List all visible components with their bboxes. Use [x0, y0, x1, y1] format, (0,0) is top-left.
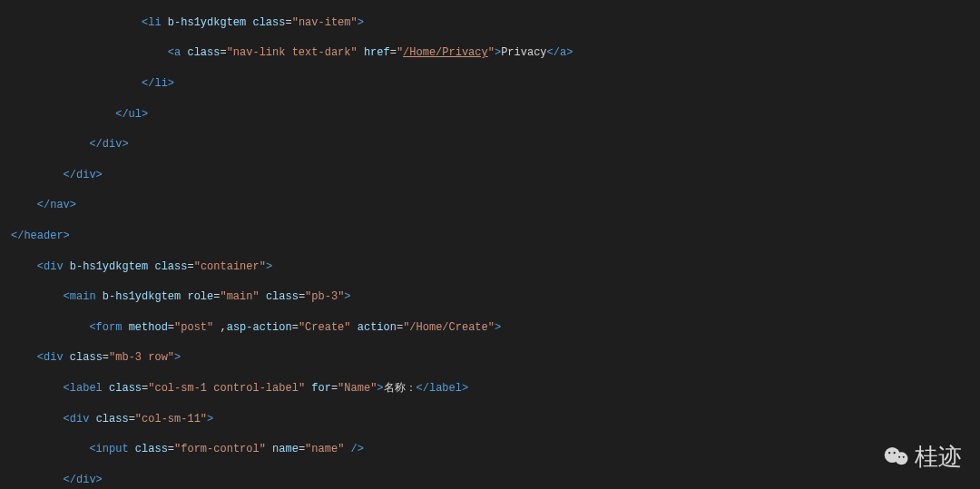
code-line: </div> — [11, 473, 980, 488]
code-line: <li b-hs1ydkgtem class="nav-item"> — [11, 15, 980, 31]
watermark-text: 桂迹 — [915, 440, 962, 473]
svg-point-5 — [903, 456, 905, 458]
svg-point-4 — [898, 456, 900, 458]
code-line: </div> — [11, 137, 980, 152]
code-line: <div class="mb-3 row"> — [11, 350, 980, 366]
code-line: <form method="post" ,asp-action="Create"… — [11, 320, 980, 336]
code-line: <div class="col-sm-11"> — [11, 412, 980, 427]
code-line: <a class="nav-link text-dark" href="/Hom… — [11, 45, 980, 61]
code-line: </div> — [11, 168, 980, 183]
svg-point-3 — [894, 452, 896, 454]
svg-point-1 — [895, 452, 907, 465]
code-line: <main b-hs1ydkgtem role="main" class="pb… — [11, 289, 980, 305]
code-line: </ul> — [11, 107, 980, 122]
code-editor[interactable]: <li b-hs1ydkgtem class="nav-item"> <a cl… — [0, 0, 980, 489]
code-line: <div b-hs1ydkgtem class="container"> — [11, 259, 980, 275]
watermark: 桂迹 — [884, 440, 962, 473]
code-line: </nav> — [11, 198, 980, 213]
svg-point-2 — [888, 452, 890, 454]
code-line: <label class="col-sm-1 control-label" fo… — [11, 381, 980, 396]
wechat-icon — [884, 446, 909, 466]
code-line: </header> — [11, 229, 980, 244]
code-line: </li> — [11, 76, 980, 92]
code-line: <input class="form-control" name="name" … — [11, 442, 980, 457]
